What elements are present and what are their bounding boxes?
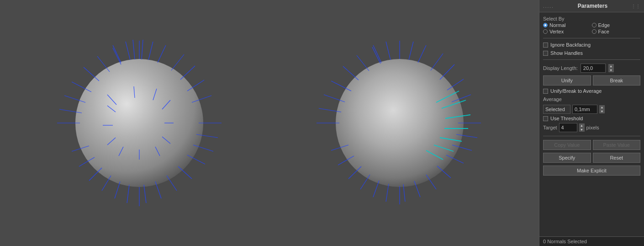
average-label: Average [543, 96, 640, 102]
panel-options-icon[interactable]: ⋮⋮ [631, 4, 640, 9]
radio-face-dot[interactable] [592, 29, 596, 34]
svg-line-48 [386, 42, 391, 60]
sphere-right-container [304, 27, 496, 219]
svg-line-52 [447, 79, 464, 90]
divider-2 [543, 59, 640, 60]
svg-line-30 [113, 48, 121, 64]
svg-line-32 [142, 40, 143, 59]
ignore-backfacing-row[interactable]: Ignore Backfacing [543, 42, 640, 48]
use-threshold-row[interactable]: Use Threshold [543, 116, 640, 121]
svg-line-65 [360, 175, 370, 189]
svg-line-71 [324, 95, 345, 102]
copy-paste-row: Copy Value Paste Value [543, 140, 640, 150]
svg-line-14 [167, 176, 177, 191]
radio-vertex[interactable]: Vertex [543, 29, 592, 34]
svg-line-70 [319, 108, 341, 112]
status-bar: 0 Normals Selected [539, 236, 644, 246]
radio-face-label: Face [598, 29, 609, 34]
radio-vertex-dot[interactable] [543, 29, 548, 34]
svg-line-55 [456, 134, 477, 138]
target-label: Target [543, 125, 557, 130]
svg-line-41 [119, 147, 123, 156]
radio-face[interactable]: Face [592, 29, 641, 34]
unify-break-avg-row[interactable]: Unify/Break to Average [543, 88, 640, 94]
radio-group: Normal Edge Vertex Face [543, 22, 640, 34]
svg-line-16 [144, 185, 146, 203]
panel-header: ..... Parameters ⋮⋮ [539, 0, 644, 12]
svg-line-11 [193, 145, 213, 151]
svg-line-39 [155, 147, 160, 156]
svg-line-58 [437, 166, 451, 178]
svg-line-49 [373, 45, 381, 63]
svg-line-34 [134, 86, 135, 98]
svg-line-27 [72, 82, 91, 92]
unify-button[interactable]: Unify [543, 75, 591, 86]
normals-right-svg [304, 27, 496, 219]
radio-normal-dot[interactable] [543, 23, 548, 27]
target-up[interactable]: ▲ [579, 123, 585, 128]
ignore-backfacing-checkbox[interactable] [543, 43, 548, 48]
svg-line-13 [178, 166, 192, 179]
display-length-down[interactable]: ▼ [608, 68, 614, 72]
threshold-stepper[interactable]: ▲ ▼ [599, 105, 605, 113]
use-threshold-checkbox[interactable] [543, 116, 548, 121]
svg-line-5 [171, 54, 184, 70]
make-explicit-button[interactable]: Make Explicit [543, 166, 640, 176]
target-down[interactable]: ▼ [579, 128, 585, 132]
break-button[interactable]: Break [593, 75, 641, 86]
threshold-up[interactable]: ▲ [599, 105, 605, 109]
status-text: 0 Normals Selected [543, 239, 587, 244]
panel-body: Select By Normal Edge Vertex Face [539, 12, 644, 236]
panel-title: Parameters [578, 3, 607, 9]
svg-line-6 [180, 66, 195, 80]
svg-line-57 [446, 155, 464, 163]
sphere-left-container [43, 27, 235, 219]
svg-line-74 [357, 55, 369, 71]
svg-line-82 [426, 150, 443, 160]
show-handles-row[interactable]: Show Handles [543, 50, 640, 56]
display-length-row: Display Length: ▲ ▼ [543, 64, 640, 73]
unify-break-avg-checkbox[interactable] [543, 89, 548, 94]
target-input[interactable] [559, 123, 577, 132]
svg-line-68 [331, 145, 348, 150]
right-panel: ..... Parameters ⋮⋮ Select By Normal Edg… [539, 0, 644, 246]
threshold-value-input[interactable] [572, 105, 597, 114]
copy-value-button[interactable]: Copy Value [543, 140, 591, 150]
svg-line-51 [440, 64, 454, 80]
target-row: Target ▲ ▼ pixels [543, 123, 640, 132]
show-handles-checkbox[interactable] [543, 51, 548, 56]
svg-line-60 [414, 181, 420, 197]
svg-line-46 [409, 42, 413, 60]
svg-line-56 [452, 145, 472, 150]
radio-normal-label: Normal [549, 22, 565, 28]
display-length-up[interactable]: ▲ [608, 64, 614, 68]
radio-edge-dot[interactable] [592, 23, 596, 27]
specify-button[interactable]: Specify [543, 153, 591, 163]
display-length-input[interactable] [581, 64, 606, 73]
svg-line-81 [434, 145, 454, 151]
display-length-stepper[interactable]: ▲ ▼ [608, 64, 614, 72]
paste-value-button[interactable]: Paste Value [593, 140, 641, 150]
show-handles-label: Show Handles [550, 50, 583, 56]
target-stepper[interactable]: ▲ ▼ [579, 123, 585, 132]
svg-line-4 [113, 45, 121, 63]
pixels-label: pixels [586, 125, 599, 130]
svg-line-42 [107, 138, 116, 145]
selected-display: Selected [543, 105, 570, 114]
svg-line-22 [79, 157, 95, 166]
svg-line-1 [148, 42, 153, 60]
panel-drag-indicator: ..... [543, 4, 554, 9]
svg-line-66 [348, 166, 361, 179]
radio-edge[interactable]: Edge [592, 22, 641, 28]
reset-button[interactable]: Reset [593, 153, 641, 163]
svg-line-61 [403, 184, 405, 202]
threshold-down[interactable]: ▼ [599, 109, 605, 113]
svg-line-35 [153, 89, 157, 100]
divider-3 [543, 136, 640, 136]
svg-line-19 [115, 182, 120, 198]
svg-line-75 [372, 47, 380, 64]
normals-left-svg [43, 27, 235, 219]
radio-normal[interactable]: Normal [543, 22, 592, 28]
svg-line-67 [338, 156, 354, 165]
svg-line-72 [331, 81, 351, 91]
